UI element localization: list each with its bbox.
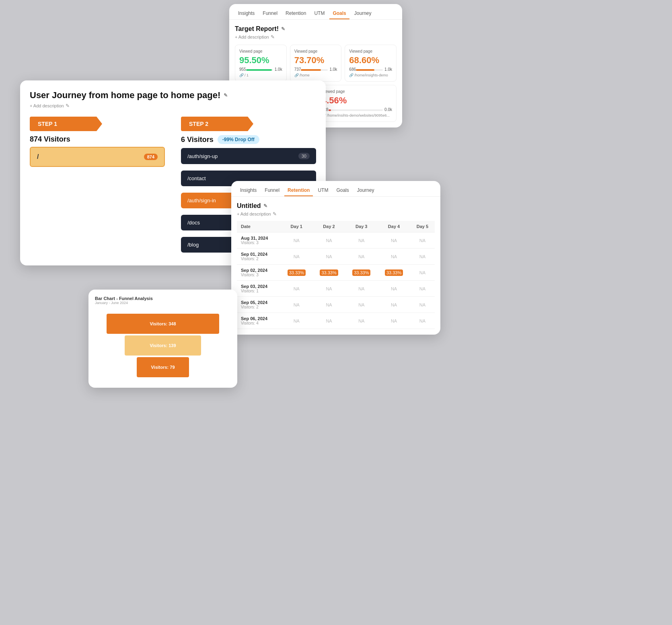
tab-insights[interactable]: Insights xyxy=(235,8,258,19)
add-description-goals[interactable]: + Add description ✎ xyxy=(235,34,397,40)
col-day1: Day 1 xyxy=(280,221,313,232)
step1-node[interactable]: / 874 xyxy=(30,147,165,167)
report-title: Target Report! ✎ xyxy=(235,25,397,33)
col-day5: Day 5 xyxy=(410,221,435,232)
goal-item-2: Viewed page 73.70% 737 1.0k 🔗 /home xyxy=(290,45,342,82)
tab-goals[interactable]: Goals xyxy=(329,8,349,19)
funnel-card: Bar Chart - Funnel Analysis January - Ju… xyxy=(88,290,237,388)
step2-node-1[interactable]: /auth/sign-up 30 xyxy=(181,148,316,164)
ret-desc-icon: ✎ xyxy=(273,211,277,217)
ret-tab-goals[interactable]: Goals xyxy=(333,185,352,196)
add-description-journey[interactable]: + Add description ✎ xyxy=(30,103,316,109)
ret-tab-retention[interactable]: Retention xyxy=(284,185,313,196)
journey-edit-icon[interactable]: ✎ xyxy=(224,93,228,98)
col-date: Date xyxy=(237,221,280,232)
ret-tab-funnel[interactable]: Funnel xyxy=(261,185,283,196)
ret-tab-utm[interactable]: UTM xyxy=(314,185,331,196)
tab-utm[interactable]: UTM xyxy=(311,8,328,19)
ret-tab-journey[interactable]: Journey xyxy=(354,185,378,196)
funnel-visualization: Visitors: 348Visitors: 139Visitors: 79 xyxy=(95,310,231,381)
retention-card: Insights Funnel Retention UTM Goals Jour… xyxy=(231,181,440,335)
goal-item-5: Viewed page 4.56% 228 0.0k 🔗 /home/insih… xyxy=(317,85,397,122)
journey-title: User Journey from home page to home page… xyxy=(30,90,316,101)
retention-body: Untitled ✎ + Add description ✎ Date Day … xyxy=(231,197,440,335)
goals-grid-top: Viewed page 95.50% 955 1.0k 🔗 / 1 Viewed… xyxy=(235,45,397,82)
link-icon-2: 🔗 xyxy=(294,73,299,77)
retention-title: Untitled ✎ xyxy=(237,202,435,210)
tab-funnel[interactable]: Funnel xyxy=(259,8,281,19)
ret-tab-insights[interactable]: Insights xyxy=(237,185,260,196)
col-day3: Day 3 xyxy=(345,221,378,232)
edit-icon[interactable]: ✎ xyxy=(281,26,285,32)
funnel-title: Bar Chart - Funnel Analysis xyxy=(95,296,231,301)
goals-tabs: Insights Funnel Retention UTM Goals Jour… xyxy=(229,4,402,20)
retention-row: Sep 03, 2024Visitors: 1NANANANANA xyxy=(237,281,435,297)
journey-desc-edit-icon: ✎ xyxy=(66,103,70,109)
link-icon-1: 🔗 xyxy=(239,73,244,77)
goal-item-1: Viewed page 95.50% 955 1.0k 🔗 / 1 xyxy=(235,45,287,82)
retention-table: Date Day 1 Day 2 Day 3 Day 4 Day 5 Aug 3… xyxy=(237,221,435,329)
retention-row: Sep 02, 2024Visitors: 333.33%33.33%33.33… xyxy=(237,265,435,281)
tab-retention[interactable]: Retention xyxy=(282,8,309,19)
funnel-subtitle: January - June 2024 xyxy=(95,301,231,305)
retention-row: Sep 06, 2024Visitors: 4NANANANANA xyxy=(237,313,435,329)
desc-edit-icon: ✎ xyxy=(271,34,275,40)
col-day2: Day 2 xyxy=(313,221,345,232)
retention-tabs: Insights Funnel Retention UTM Goals Jour… xyxy=(231,181,440,197)
funnel-bar-1: Visitors: 139 xyxy=(125,335,201,356)
funnel-bar-2: Visitors: 79 xyxy=(137,357,189,377)
step1-col: STEP 1 874 Visitors / 874 xyxy=(30,117,165,167)
goal-item-3: Viewed page 68.60% 686 1.0k 🔗 /home/insi… xyxy=(345,45,397,82)
retention-row: Sep 01, 2024Visitors: 2NANANANANA xyxy=(237,249,435,265)
ret-edit-icon[interactable]: ✎ xyxy=(263,203,267,209)
link-icon-3: 🔗 xyxy=(349,73,353,77)
tab-journey[interactable]: Journey xyxy=(351,8,375,19)
retention-row: Sep 05, 2024Visitors: 2NANANANANA xyxy=(237,297,435,313)
funnel-bar-0: Visitors: 348 xyxy=(107,314,219,334)
retention-row: Aug 31, 2024Visitors: 3NANANANANA xyxy=(237,232,435,249)
add-description-retention[interactable]: + Add description ✎ xyxy=(237,211,435,217)
col-day4: Day 4 xyxy=(378,221,410,232)
